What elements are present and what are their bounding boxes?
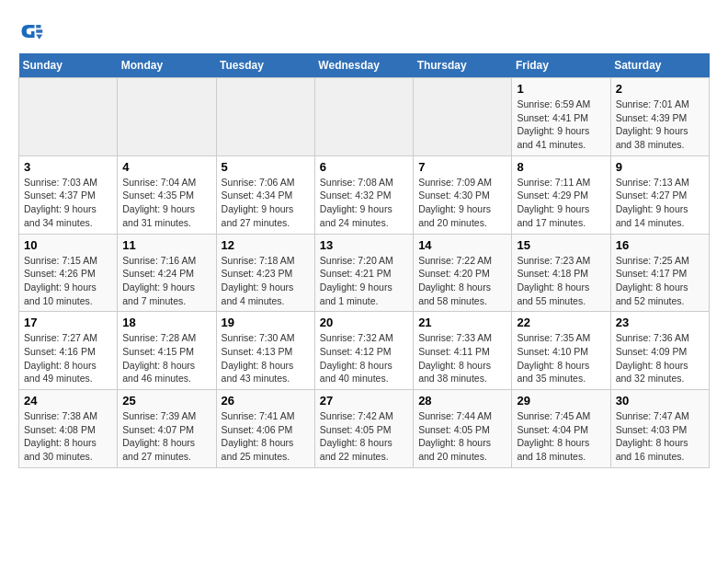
day-number: 3: [24, 160, 112, 174]
day-info: Sunrise: 7:39 AM Sunset: 4:07 PM Dayligh…: [122, 409, 210, 464]
weekday-header-row: SundayMondayTuesdayWednesdayThursdayFrid…: [19, 53, 710, 78]
day-number: 19: [222, 316, 310, 329]
calendar-cell: 6Sunrise: 7:08 AM Sunset: 4:32 PM Daylig…: [314, 155, 413, 234]
day-info: Sunrise: 7:42 AM Sunset: 4:05 PM Dayligh…: [320, 409, 408, 464]
calendar-cell: 15Sunrise: 7:23 AM Sunset: 4:18 PM Dayli…: [512, 234, 610, 312]
day-info: Sunrise: 7:33 AM Sunset: 4:11 PM Dayligh…: [418, 331, 506, 385]
calendar-cell: 9Sunrise: 7:13 AM Sunset: 4:27 PM Daylig…: [610, 155, 709, 234]
day-number: 16: [616, 238, 704, 252]
weekday-header-sunday: Sunday: [19, 53, 118, 78]
calendar-cell: 4Sunrise: 7:04 AM Sunset: 4:35 PM Daylig…: [118, 155, 216, 234]
calendar-cell: 22Sunrise: 7:35 AM Sunset: 4:10 PM Dayli…: [512, 312, 610, 390]
calendar-cell: 12Sunrise: 7:18 AM Sunset: 4:23 PM Dayli…: [216, 234, 314, 312]
day-number: 5: [222, 160, 310, 174]
day-number: 8: [517, 160, 605, 174]
day-info: Sunrise: 7:06 AM Sunset: 4:34 PM Dayligh…: [222, 176, 310, 230]
calendar-week-row: 17Sunrise: 7:27 AM Sunset: 4:16 PM Dayli…: [19, 312, 710, 390]
day-number: 23: [616, 316, 704, 329]
day-info: Sunrise: 7:15 AM Sunset: 4:26 PM Dayligh…: [24, 254, 112, 308]
day-info: Sunrise: 7:30 AM Sunset: 4:13 PM Dayligh…: [222, 331, 310, 385]
calendar-cell: 1Sunrise: 6:59 AM Sunset: 4:41 PM Daylig…: [512, 78, 610, 156]
page-header: [18, 18, 710, 44]
day-info: Sunrise: 7:16 AM Sunset: 4:24 PM Dayligh…: [122, 254, 210, 308]
calendar-cell: 3Sunrise: 7:03 AM Sunset: 4:37 PM Daylig…: [19, 155, 118, 234]
day-number: 20: [320, 316, 408, 329]
calendar-table: SundayMondayTuesdayWednesdayThursdayFrid…: [18, 53, 710, 468]
calendar-cell: [414, 78, 512, 156]
day-info: Sunrise: 7:32 AM Sunset: 4:12 PM Dayligh…: [320, 331, 408, 385]
calendar-cell: 13Sunrise: 7:20 AM Sunset: 4:21 PM Dayli…: [314, 234, 413, 312]
day-number: 6: [320, 160, 408, 174]
calendar-cell: 16Sunrise: 7:25 AM Sunset: 4:17 PM Dayli…: [610, 234, 709, 312]
calendar-cell: 7Sunrise: 7:09 AM Sunset: 4:30 PM Daylig…: [414, 155, 512, 234]
calendar-week-row: 10Sunrise: 7:15 AM Sunset: 4:26 PM Dayli…: [19, 234, 710, 312]
calendar-cell: [314, 78, 413, 156]
calendar-cell: [216, 78, 314, 156]
logo-icon: [18, 18, 44, 44]
day-info: Sunrise: 7:27 AM Sunset: 4:16 PM Dayligh…: [24, 331, 112, 385]
day-number: 30: [616, 394, 704, 408]
day-info: Sunrise: 6:59 AM Sunset: 4:41 PM Dayligh…: [517, 98, 605, 152]
day-number: 28: [418, 394, 506, 408]
calendar-cell: 27Sunrise: 7:42 AM Sunset: 4:05 PM Dayli…: [314, 390, 413, 468]
day-info: Sunrise: 7:11 AM Sunset: 4:29 PM Dayligh…: [517, 176, 605, 230]
day-number: 1: [517, 82, 605, 96]
calendar-cell: 20Sunrise: 7:32 AM Sunset: 4:12 PM Dayli…: [314, 312, 413, 390]
calendar-week-row: 1Sunrise: 6:59 AM Sunset: 4:41 PM Daylig…: [19, 78, 710, 156]
day-number: 29: [517, 394, 605, 408]
calendar-cell: 5Sunrise: 7:06 AM Sunset: 4:34 PM Daylig…: [216, 155, 314, 234]
calendar-cell: 14Sunrise: 7:22 AM Sunset: 4:20 PM Dayli…: [414, 234, 512, 312]
logo: [18, 18, 48, 44]
calendar-cell: 24Sunrise: 7:38 AM Sunset: 4:08 PM Dayli…: [19, 390, 118, 468]
day-info: Sunrise: 7:09 AM Sunset: 4:30 PM Dayligh…: [418, 176, 506, 230]
day-number: 17: [24, 316, 112, 329]
day-info: Sunrise: 7:25 AM Sunset: 4:17 PM Dayligh…: [616, 254, 704, 308]
weekday-header-wednesday: Wednesday: [314, 53, 413, 78]
calendar-cell: 23Sunrise: 7:36 AM Sunset: 4:09 PM Dayli…: [610, 312, 709, 390]
day-info: Sunrise: 7:22 AM Sunset: 4:20 PM Dayligh…: [418, 254, 506, 308]
calendar-cell: 30Sunrise: 7:47 AM Sunset: 4:03 PM Dayli…: [610, 390, 709, 468]
weekday-header-friday: Friday: [512, 53, 610, 78]
day-info: Sunrise: 7:36 AM Sunset: 4:09 PM Dayligh…: [616, 331, 704, 385]
day-number: 13: [320, 238, 408, 252]
calendar-cell: 26Sunrise: 7:41 AM Sunset: 4:06 PM Dayli…: [216, 390, 314, 468]
day-number: 21: [418, 316, 506, 329]
day-number: 4: [122, 160, 210, 174]
day-number: 24: [24, 394, 112, 408]
calendar-week-row: 24Sunrise: 7:38 AM Sunset: 4:08 PM Dayli…: [19, 390, 710, 468]
day-info: Sunrise: 7:41 AM Sunset: 4:06 PM Dayligh…: [222, 409, 310, 464]
day-number: 27: [320, 394, 408, 408]
day-number: 25: [122, 394, 210, 408]
day-number: 22: [517, 316, 605, 329]
weekday-header-monday: Monday: [118, 53, 216, 78]
day-info: Sunrise: 7:44 AM Sunset: 4:05 PM Dayligh…: [418, 409, 506, 464]
day-number: 18: [122, 316, 210, 329]
calendar-cell: 21Sunrise: 7:33 AM Sunset: 4:11 PM Dayli…: [414, 312, 512, 390]
day-info: Sunrise: 7:35 AM Sunset: 4:10 PM Dayligh…: [517, 331, 605, 385]
day-info: Sunrise: 7:13 AM Sunset: 4:27 PM Dayligh…: [616, 176, 704, 230]
calendar-cell: 19Sunrise: 7:30 AM Sunset: 4:13 PM Dayli…: [216, 312, 314, 390]
calendar-cell: 10Sunrise: 7:15 AM Sunset: 4:26 PM Dayli…: [19, 234, 118, 312]
day-number: 14: [418, 238, 506, 252]
day-info: Sunrise: 7:28 AM Sunset: 4:15 PM Dayligh…: [122, 331, 210, 385]
day-info: Sunrise: 7:01 AM Sunset: 4:39 PM Dayligh…: [616, 98, 704, 152]
day-info: Sunrise: 7:45 AM Sunset: 4:04 PM Dayligh…: [517, 409, 605, 464]
weekday-header-saturday: Saturday: [610, 53, 709, 78]
day-number: 9: [616, 160, 704, 174]
day-info: Sunrise: 7:18 AM Sunset: 4:23 PM Dayligh…: [222, 254, 310, 308]
day-info: Sunrise: 7:04 AM Sunset: 4:35 PM Dayligh…: [122, 176, 210, 230]
day-info: Sunrise: 7:38 AM Sunset: 4:08 PM Dayligh…: [24, 409, 112, 464]
day-info: Sunrise: 7:20 AM Sunset: 4:21 PM Dayligh…: [320, 254, 408, 308]
calendar-cell: 28Sunrise: 7:44 AM Sunset: 4:05 PM Dayli…: [414, 390, 512, 468]
calendar-cell: 25Sunrise: 7:39 AM Sunset: 4:07 PM Dayli…: [118, 390, 216, 468]
day-number: 10: [24, 238, 112, 252]
day-number: 26: [222, 394, 310, 408]
calendar-week-row: 3Sunrise: 7:03 AM Sunset: 4:37 PM Daylig…: [19, 155, 710, 234]
calendar-cell: 17Sunrise: 7:27 AM Sunset: 4:16 PM Dayli…: [19, 312, 118, 390]
day-number: 15: [517, 238, 605, 252]
weekday-header-thursday: Thursday: [414, 53, 512, 78]
day-number: 12: [222, 238, 310, 252]
weekday-header-tuesday: Tuesday: [216, 53, 314, 78]
day-info: Sunrise: 7:08 AM Sunset: 4:32 PM Dayligh…: [320, 176, 408, 230]
calendar-cell: 2Sunrise: 7:01 AM Sunset: 4:39 PM Daylig…: [610, 78, 709, 156]
